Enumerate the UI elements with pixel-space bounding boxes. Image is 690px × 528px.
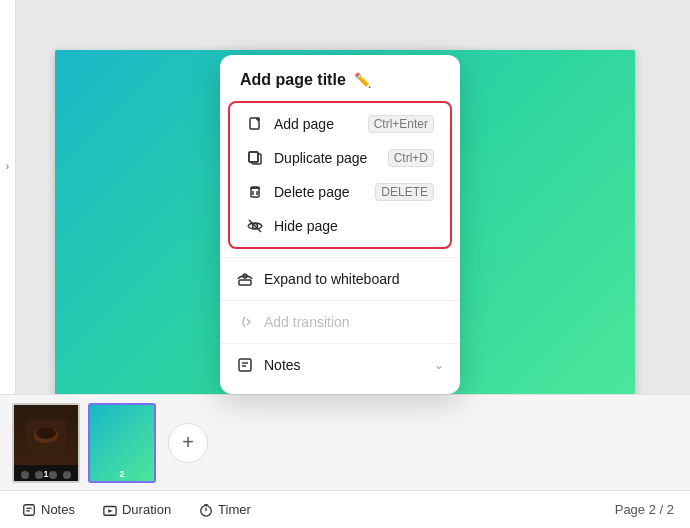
svg-rect-23 — [239, 280, 251, 285]
page-info: Page 2 / 2 — [615, 502, 674, 517]
thumb-dot-4 — [63, 471, 71, 479]
menu-header: Add page title ✏️ — [220, 67, 460, 101]
hide-icon — [246, 217, 264, 235]
hide-page-item[interactable]: Hide page — [230, 209, 450, 243]
notes-menu-label: Notes — [264, 357, 301, 373]
thumb-dot-2 — [35, 471, 43, 479]
svg-rect-17 — [251, 188, 259, 197]
add-transition-label: Add transition — [264, 314, 350, 330]
duration-label: Duration — [122, 502, 171, 517]
add-page-icon — [246, 115, 264, 133]
transition-icon — [236, 313, 254, 331]
thumb-1-number: 1 — [43, 469, 48, 479]
add-transition-item-left: Add transition — [236, 313, 350, 331]
thumb-dot-3 — [49, 471, 57, 479]
notes-chevron-icon: ⌄ — [434, 358, 444, 372]
add-page-item[interactable]: Add page Ctrl+Enter — [230, 107, 450, 141]
duration-icon — [103, 503, 117, 517]
notes-button[interactable]: Notes — [16, 498, 81, 521]
timer-icon — [199, 503, 213, 517]
add-page-label: Add page — [274, 116, 334, 132]
bottom-left-controls: Notes Duration Timer — [16, 498, 257, 521]
menu-divider-3 — [220, 343, 460, 344]
thumb-dot-1 — [21, 471, 29, 479]
add-icon: + — [182, 431, 194, 454]
thumbnail-2[interactable]: 2 — [88, 403, 156, 483]
bottom-bar: Notes Duration Timer Page 2 / 2 — [0, 490, 690, 528]
svg-marker-7 — [108, 509, 112, 513]
thumb-2-number: 2 — [119, 469, 124, 479]
svg-rect-15 — [249, 152, 258, 162]
edit-title-icon[interactable]: ✏️ — [354, 72, 371, 88]
thumbnail-strip: 1 2 + — [0, 394, 690, 490]
page-actions-group: Add page Ctrl+Enter Duplicate page Ctrl+… — [228, 101, 452, 249]
duplicate-page-item[interactable]: Duplicate page Ctrl+D — [230, 141, 450, 175]
menu-divider-2 — [220, 300, 460, 301]
svg-line-21 — [249, 220, 261, 232]
notes-item-left: Notes — [236, 356, 301, 374]
hide-page-label: Hide page — [274, 218, 338, 234]
delete-page-label: Delete page — [274, 184, 350, 200]
add-transition-item: Add transition — [220, 305, 460, 339]
expand-whiteboard-item-left: Expand to whiteboard — [236, 270, 399, 288]
expand-whiteboard-label: Expand to whiteboard — [264, 271, 399, 287]
svg-rect-3 — [24, 504, 35, 515]
duration-button[interactable]: Duration — [97, 498, 177, 521]
sidebar-collapse-arrow[interactable]: › — [2, 160, 14, 172]
duplicate-icon — [246, 149, 264, 167]
notes-label: Notes — [41, 502, 75, 517]
delete-page-item[interactable]: Delete page DELETE — [230, 175, 450, 209]
menu-title: Add page title — [240, 71, 346, 89]
delete-page-shortcut: DELETE — [375, 183, 434, 201]
thumbnail-1[interactable]: 1 — [12, 403, 80, 483]
delete-icon — [246, 183, 264, 201]
add-page-item-left: Add page — [246, 115, 334, 133]
expand-whiteboard-item[interactable]: Expand to whiteboard — [220, 262, 460, 296]
notes-icon — [22, 503, 36, 517]
delete-page-item-left: Delete page — [246, 183, 350, 201]
context-menu: Add page title ✏️ Add page Ctrl+Enter — [220, 55, 460, 394]
svg-point-2 — [36, 427, 56, 439]
timer-button[interactable]: Timer — [193, 498, 257, 521]
thumbnail-1-content — [14, 405, 78, 465]
add-page-thumbnail-button[interactable]: + — [168, 423, 208, 463]
add-page-shortcut: Ctrl+Enter — [368, 115, 434, 133]
duplicate-page-label: Duplicate page — [274, 150, 367, 166]
svg-rect-24 — [239, 359, 251, 371]
notes-item[interactable]: Notes ⌄ — [220, 348, 460, 382]
notes-menu-icon — [236, 356, 254, 374]
hide-page-item-left: Hide page — [246, 217, 338, 235]
thumb-1-image — [26, 420, 66, 450]
duplicate-page-shortcut: Ctrl+D — [388, 149, 434, 167]
menu-divider-1 — [220, 257, 460, 258]
duplicate-page-item-left: Duplicate page — [246, 149, 367, 167]
timer-label: Timer — [218, 502, 251, 517]
expand-icon — [236, 270, 254, 288]
